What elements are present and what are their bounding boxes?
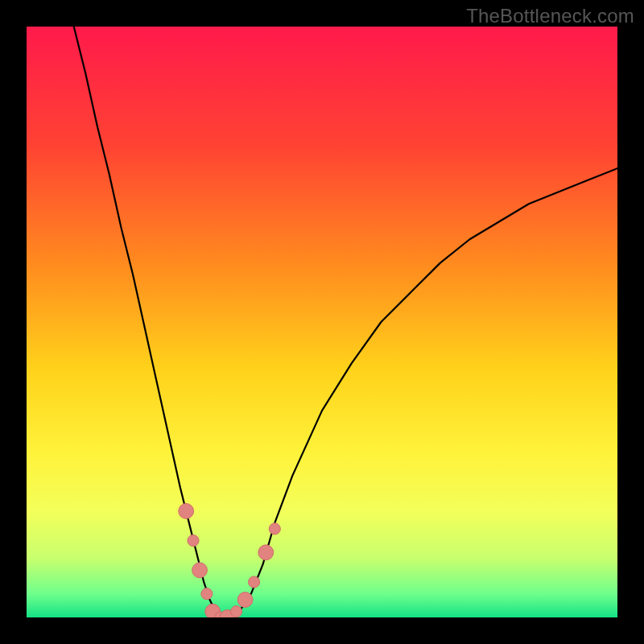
plot-background (27, 27, 617, 617)
curve-marker (188, 535, 199, 547)
curve-marker (179, 503, 194, 518)
curve-marker (201, 588, 213, 600)
curve-marker (231, 606, 242, 617)
bottleneck-chart (0, 0, 644, 644)
curve-marker (249, 576, 260, 588)
chart-frame: TheBottleneck.com (0, 0, 644, 644)
curve-marker (237, 592, 253, 608)
curve-marker (269, 523, 280, 535)
curve-marker (258, 545, 274, 560)
watermark-label: TheBottleneck.com (466, 5, 634, 27)
curve-marker (192, 563, 208, 578)
